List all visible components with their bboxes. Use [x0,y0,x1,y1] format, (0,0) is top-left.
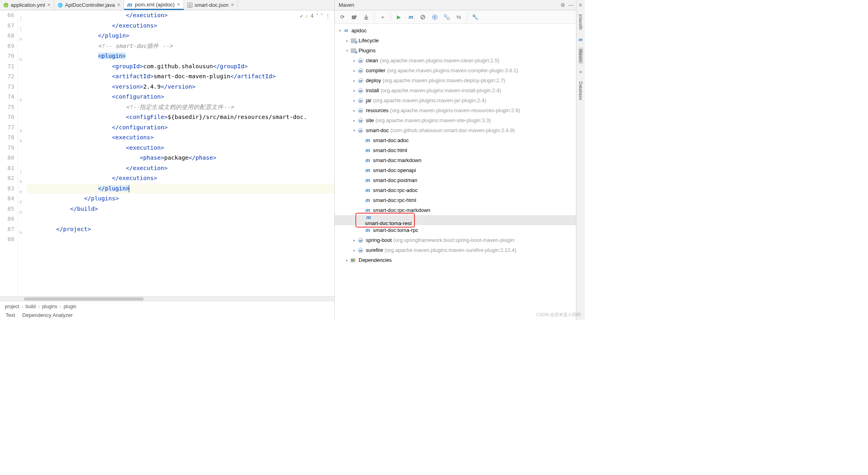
tab-apidoccontroller-java[interactable]: CApiDocController.java✕ [54,0,124,10]
tree-node-spring-boot[interactable]: ▸mspring-boot(org.springframework.boot:s… [335,235,576,245]
close-icon[interactable]: ✕ [117,2,120,8]
more-icon[interactable]: ⋮ [326,11,330,22]
tree-arrow-icon[interactable]: ▾ [344,49,350,53]
download-icon[interactable] [361,12,371,22]
chevron-up-icon[interactable]: ˄ [316,11,318,22]
tree-node-lifecycle[interactable]: ▸Lifecycle [335,36,576,46]
svg-text:m: m [359,89,362,93]
tree-node-smart-doc-html[interactable]: msmart-doc:html [335,145,576,155]
chevron-down-icon[interactable]: ˅ [321,11,323,22]
svg-text:m: m [359,99,362,103]
editor-bottom-tabs[interactable]: TextDependency Analyzer [0,311,334,320]
tree-arrow-icon[interactable]: ▸ [351,59,357,63]
svg-text:{}: {} [189,4,191,7]
file-icon: y [3,2,9,8]
svg-text:m: m [359,79,362,83]
horizontal-scrollbar[interactable] [0,296,334,301]
svg-rect-35 [353,259,353,261]
bottom-tab-dependency-analyzer[interactable]: Dependency Analyzer [22,312,73,319]
svg-text:C: C [59,4,61,7]
tab-smart-doc-json[interactable]: {}smart-doc.json✕ [184,0,238,10]
crumb-project[interactable]: project [5,304,19,309]
generate-sources-icon[interactable] [349,12,359,22]
tree-node-deploy[interactable]: ▸mdeploy(org.apache.maven.plugins:maven-… [335,75,576,85]
tree-arrow-icon[interactable]: ▸ [351,79,357,83]
close-icon[interactable]: ✕ [47,2,51,8]
tree-node-surefire[interactable]: ▸msurefire(org.apache.maven.plugins:mave… [335,245,576,255]
tab-pom-xml-apidoc-[interactable]: mpom.xml (apidoc)✕ [124,0,184,10]
sidebar-maven[interactable]: Maven [578,48,583,64]
tree-arrow-icon[interactable]: ▸ [351,248,357,252]
tree-node-smart-doc-torna-rest[interactable]: msmart-doc:torna-rest [335,215,576,225]
maven-m-icon[interactable]: m [406,12,416,22]
svg-text:m: m [359,109,362,113]
file-icon: m [127,2,133,7]
fold-gutter[interactable]: ││⊟⊟⊟⊟⊟│⊟⊟⊟⊟⊟ [18,10,27,296]
svg-text:m: m [359,119,362,123]
editor[interactable]: ✔ ⚠ 4 ˄ ˅ ⋮ 6667686970717273747576777879… [0,10,334,296]
svg-rect-36 [354,259,355,261]
tree-node-resources[interactable]: ▸mresources(org.apache.maven.plugins:mav… [335,105,576,115]
tree-arrow-icon[interactable]: ▸ [351,238,357,242]
check-icon: ✔ [300,11,303,22]
tab-application-yml[interactable]: yapplication.yml✕ [0,0,54,10]
tree-node-smart-doc[interactable]: ▾msmart-doc(com.github.shalousun:smart-d… [335,125,576,135]
tree-node-jar[interactable]: ▸mjar(org.apache.maven.plugins:maven-jar… [335,95,576,105]
editor-tabs: yapplication.yml✕CApiDocController.java✕… [0,0,334,10]
tree-node-smart-doc-rpc-html[interactable]: msmart-doc:rpc-html [335,195,576,205]
tree-node-smart-doc-rpc-adoc[interactable]: msmart-doc:rpc-adoc [335,185,576,195]
add-icon[interactable]: ＋ [377,12,388,22]
crumb-plugins[interactable]: plugins [42,304,57,309]
tree-node-smart-doc-postman[interactable]: msmart-doc:postman [335,175,576,185]
tree-node-smart-doc-torna-rpc[interactable]: msmart-doc:torna-rpc [335,225,576,235]
tree-arrow-icon[interactable]: ▸ [344,39,350,43]
reload-icon[interactable]: ⟳ [337,12,347,22]
right-tool-sidebar: ⎚jclasslibmMaven≡Database [576,0,585,320]
close-icon[interactable]: ✕ [177,2,180,7]
sidebar-database[interactable]: Database [578,80,583,102]
sidebar-jclasslib[interactable]: jclasslib [578,13,583,32]
minimize-icon[interactable]: — [568,2,574,8]
tree-node-smart-doc-markdown[interactable]: msmart-doc:markdown [335,155,576,165]
code-area[interactable]: </execution> </executions> </plugin> <!-… [27,10,334,296]
run-icon[interactable]: ▶ [394,12,404,22]
toggle-skip-tests-icon[interactable] [418,12,428,22]
close-icon[interactable]: ✕ [231,2,234,8]
show-dependencies-icon[interactable] [442,12,452,22]
bottom-tab-text[interactable]: Text [6,312,15,319]
tree-node-smart-doc-adoc[interactable]: msmart-doc:adoc [335,135,576,145]
svg-rect-34 [351,259,352,261]
tree-node-install[interactable]: ▸minstall(org.apache.maven.plugins:maven… [335,85,576,95]
tree-arrow-icon[interactable]: ▸ [351,109,357,113]
svg-text:m: m [359,69,362,73]
wrench-icon[interactable]: 🔧 [470,12,480,22]
line-gutter: 6667686970717273747576777879808182838485… [0,10,18,296]
tree-node-site[interactable]: ▸msite(org.apache.maven.plugins:maven-si… [335,115,576,125]
breadcrumb[interactable]: project›build›plugins›plugin [0,301,334,311]
crumb-build[interactable]: build [26,304,36,309]
maven-tree[interactable]: ▾mapidoc▸Lifecycle▾Plugins▸mclean(org.ap… [335,24,576,320]
svg-text:m: m [359,249,362,253]
editor-inspection-status: ✔ ⚠ 4 ˄ ˅ ⋮ [300,11,330,22]
tree-node-smart-doc-openapi[interactable]: msmart-doc:openapi [335,165,576,175]
tree-node-plugins[interactable]: ▾Plugins [335,46,576,55]
maven-title: Maven [339,2,354,8]
tree-arrow-icon[interactable]: ▸ [351,99,357,103]
collapse-all-icon[interactable] [454,12,464,22]
tree-node-compiler[interactable]: ▸mcompiler(org.apache.maven.plugins:mave… [335,65,576,75]
tree-node-clean[interactable]: ▸mclean(org.apache.maven.plugins:maven-c… [335,55,576,65]
tree-arrow-icon[interactable]: ▾ [337,29,343,33]
tree-node-dependencies[interactable]: ▸Dependencies [335,255,576,265]
crumb-plugin[interactable]: plugin [63,304,76,309]
tree-arrow-icon[interactable]: ▸ [351,119,357,123]
tree-arrow-icon[interactable]: ▾ [351,129,357,133]
tree-arrow-icon[interactable]: ▸ [351,69,357,73]
toggle-offline-icon[interactable] [430,12,440,22]
tree-arrow-icon[interactable]: ▸ [344,258,350,262]
highlighted-goal: msmart-doc:torna-rest [355,213,415,228]
tree-arrow-icon[interactable]: ▸ [351,89,357,93]
tree-node-apidoc[interactable]: ▾mapidoc [335,26,576,36]
gear-icon[interactable]: ⚙ [560,2,565,8]
svg-text:m: m [359,129,362,133]
svg-text:m: m [359,59,362,63]
